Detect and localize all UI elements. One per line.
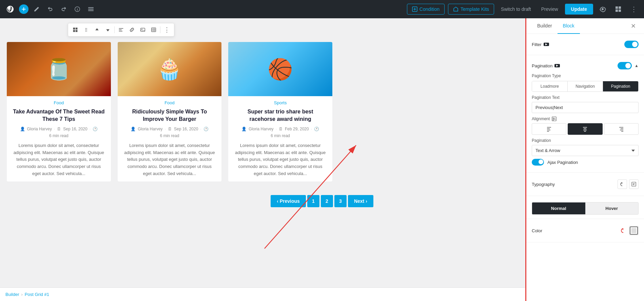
post-category-1[interactable]: Food <box>12 100 105 105</box>
typography-label: Typography <box>532 182 555 187</box>
edit-icon[interactable] <box>31 4 42 15</box>
post-category-3[interactable]: Sports <box>234 100 327 105</box>
svg-point-13 <box>85 29 86 30</box>
typography-settings-button[interactable] <box>629 179 639 189</box>
switch-draft-button[interactable]: Switch to draft <box>497 4 534 14</box>
svg-point-11 <box>85 28 86 29</box>
svg-rect-9 <box>73 30 75 32</box>
post-card-1: 🫙 Food Take Advantage Of The Sweet Read … <box>7 42 111 181</box>
pagination-style-select[interactable]: Text & Arrow Text Only Arrow Only Number… <box>532 145 639 156</box>
pagination-style-label: Pagination <box>532 138 639 143</box>
tab-block[interactable]: Block <box>558 18 580 34</box>
move-up-button[interactable] <box>92 25 102 35</box>
panel-close-button[interactable]: ✕ <box>628 21 639 31</box>
right-panel: Builder Block ✕ Filter P <box>525 18 644 301</box>
filter-play-icon <box>544 43 549 46</box>
align-center-button[interactable] <box>568 123 602 135</box>
pagination-section: Pagination ▲ Pagination Type Loadmore Na… <box>526 55 644 173</box>
svg-rect-30 <box>631 228 637 233</box>
menu-icon[interactable] <box>85 4 96 15</box>
post-excerpt-2: Lorems ipsum dolor sit amet, consectetur… <box>123 142 216 177</box>
pagination-type-label: Pagination Type <box>532 73 639 78</box>
breadcrumb: Builder › Post Grid #1 <box>0 287 525 301</box>
ptype-pagination[interactable]: Pagination <box>603 81 638 91</box>
alignment-label: Alignment <box>532 116 639 121</box>
image-button[interactable] <box>138 25 148 35</box>
state-hover-button[interactable]: Hover <box>585 202 639 214</box>
move-down-button[interactable] <box>103 25 113 35</box>
svg-rect-5 <box>616 9 618 12</box>
more-block-options-button[interactable]: ⋮ <box>162 25 172 35</box>
state-section: Normal Hover <box>526 196 644 219</box>
post-excerpt-3: Lorems ipsum dolor sit amet, consectetur… <box>234 142 327 177</box>
more-options-button[interactable]: ⋮ <box>628 3 640 15</box>
align-left-button[interactable] <box>532 123 566 135</box>
post-title-2: Ridiculously Simple Ways To Improve Your… <box>123 108 216 123</box>
link-button[interactable] <box>127 25 137 35</box>
update-button[interactable]: Update <box>565 4 593 15</box>
ajax-pagination-row: Ajax Pagination <box>532 156 639 168</box>
panel-tabs: Builder Block ✕ <box>526 18 644 34</box>
pagination-type-group: Loadmore Navigation Pagination <box>532 81 639 92</box>
post-meta-2: 👤Gloria Harvey · 🗓Sep 16, 2020 · 🕐6 min … <box>123 127 216 138</box>
pagination-text-input[interactable] <box>532 102 639 113</box>
state-normal-button[interactable]: Normal <box>532 202 585 214</box>
svg-point-15 <box>85 31 86 31</box>
filter-label: Filter <box>532 42 549 47</box>
svg-point-12 <box>86 28 87 29</box>
svg-rect-25 <box>553 118 554 119</box>
svg-marker-22 <box>545 43 547 45</box>
drag-handle-button[interactable] <box>81 25 91 35</box>
post-category-2[interactable]: Food <box>123 100 216 105</box>
align-right-button[interactable] <box>604 123 639 135</box>
color-picker-button[interactable] <box>629 226 639 235</box>
align-button[interactable] <box>116 25 126 35</box>
breadcrumb-builder[interactable]: Builder <box>5 292 19 297</box>
preview-button[interactable]: Preview <box>538 4 562 14</box>
page-3-button[interactable]: 3 <box>334 195 347 207</box>
post-image-3: 🏀 <box>228 42 332 96</box>
pagination-play-icon <box>554 64 560 67</box>
grid-view-toolbar-button[interactable] <box>70 25 80 35</box>
svg-point-16 <box>86 31 87 31</box>
tab-builder[interactable]: Builder <box>532 18 558 34</box>
color-label: Color <box>532 228 542 233</box>
redo-icon[interactable] <box>58 4 69 15</box>
condition-button[interactable]: Condition <box>407 4 445 15</box>
ptype-loadmore[interactable]: Loadmore <box>532 81 568 91</box>
svg-point-18 <box>141 29 142 29</box>
next-button[interactable]: Next › <box>348 195 373 207</box>
svg-rect-4 <box>619 6 621 9</box>
add-button[interactable] <box>19 4 28 14</box>
undo-icon[interactable] <box>45 4 56 15</box>
post-meta-3: 👤Gloria Harvey · 🗓Feb 29, 2020 · 🕐6 min … <box>234 127 327 138</box>
ajax-pagination-toggle[interactable] <box>532 159 544 166</box>
ptype-navigation[interactable]: Navigation <box>568 81 603 91</box>
pagination-toggle[interactable] <box>618 62 632 69</box>
page-1-button[interactable]: 1 <box>307 195 319 207</box>
info-icon[interactable]: i <box>72 4 83 15</box>
wp-logo[interactable] <box>4 3 16 15</box>
card-grid: 🫙 Food Take Advantage Of The Sweet Read … <box>0 18 339 188</box>
pagination-label: Pagination <box>532 63 560 68</box>
color-section: Color <box>526 219 644 242</box>
filter-toggle[interactable] <box>624 41 639 48</box>
grid-button[interactable] <box>612 3 624 15</box>
breadcrumb-sep: › <box>21 292 22 297</box>
svg-rect-6 <box>619 9 621 12</box>
pagination-collapse-button[interactable]: ▲ <box>635 63 639 68</box>
svg-marker-23 <box>556 65 558 67</box>
color-reset-button[interactable] <box>620 227 627 234</box>
previous-button[interactable]: ‹ Previous <box>271 195 306 207</box>
page-2-button[interactable]: 2 <box>321 195 333 207</box>
table-button[interactable] <box>149 25 159 35</box>
post-card-2: 🧁 Food Ridiculously Simple Ways To Impro… <box>118 42 222 181</box>
settings-button[interactable] <box>597 3 609 15</box>
post-image-2: 🧁 <box>118 42 222 96</box>
ajax-label: Ajax Pagination <box>547 160 578 165</box>
typography-reset-button[interactable] <box>618 179 627 189</box>
template-kits-button[interactable]: Template Kits <box>448 4 494 15</box>
pagination-text-label: Pagination Text <box>532 95 639 100</box>
post-excerpt-1: Lorems ipsum dolor sit amet, consectetur… <box>12 142 105 177</box>
svg-rect-8 <box>76 28 78 30</box>
